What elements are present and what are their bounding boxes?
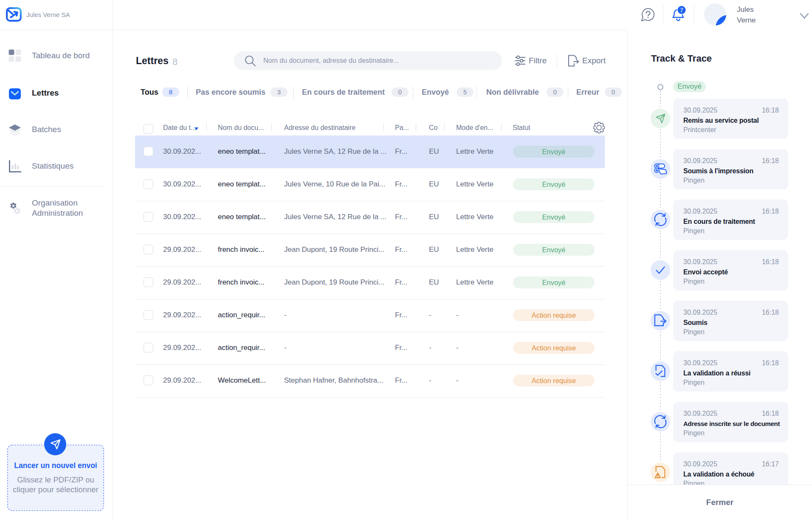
svg-text:7: 7 — [680, 7, 683, 14]
